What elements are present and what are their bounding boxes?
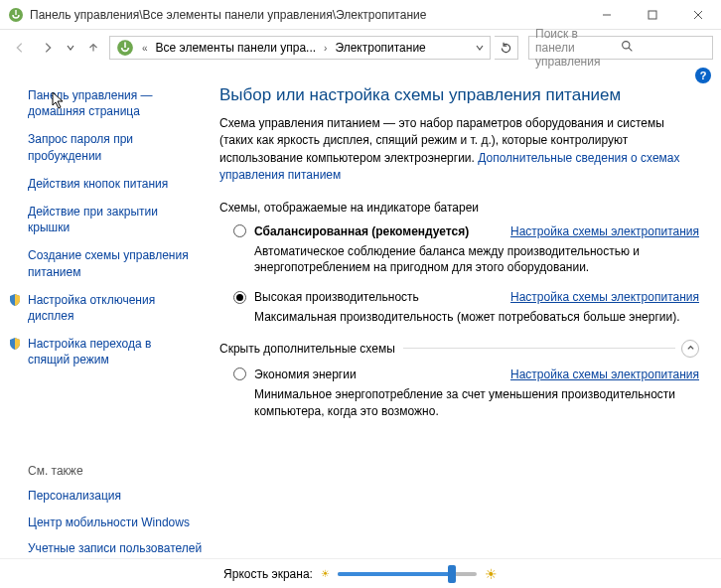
plan-name[interactable]: Экономия энергии xyxy=(254,368,357,381)
maximize-button[interactable] xyxy=(630,0,675,29)
svg-line-9 xyxy=(629,48,632,51)
plan-settings-link[interactable]: Настройка схемы электропитания xyxy=(510,290,699,304)
section-hidden-plans[interactable]: Скрыть дополнительные схемы xyxy=(219,340,699,358)
sidebar-link-home[interactable]: Панель управления — домашняя страница xyxy=(28,87,196,119)
plan-settings-link[interactable]: Настройка схемы электропитания xyxy=(510,368,699,381)
breadcrumb-item[interactable]: Электропитание xyxy=(331,39,429,57)
brightness-label: Яркость экрана: xyxy=(223,567,313,581)
see-also: См. также Персонализация Центр мобильнос… xyxy=(0,464,204,566)
see-also-link[interactable]: Центр мобильности Windows xyxy=(28,514,204,530)
collapse-button[interactable] xyxy=(681,340,699,358)
sidebar-link-create-plan[interactable]: Создание схемы управления питанием xyxy=(28,247,196,279)
sidebar-link-display-off[interactable]: Настройка отключения дисплея xyxy=(28,292,196,324)
plan-description: Минимальное энергопотребление за счет ум… xyxy=(254,386,699,420)
shield-icon xyxy=(8,337,22,351)
search-icon[interactable] xyxy=(621,40,706,56)
plan-power-saver: Экономия энергии Настройка схемы электро… xyxy=(233,368,699,420)
radio-high-performance[interactable] xyxy=(233,291,246,304)
svg-point-8 xyxy=(623,42,630,49)
plan-balanced: Сбалансированная (рекомендуется) Настрой… xyxy=(233,224,699,277)
svg-rect-3 xyxy=(649,11,656,19)
svg-rect-7 xyxy=(124,42,126,48)
page-description: Схема управления питанием — это набор па… xyxy=(219,115,699,185)
window-title: Панель управления\Все элементы панели уп… xyxy=(30,8,584,22)
up-button[interactable] xyxy=(81,36,105,60)
chevron-down-icon[interactable] xyxy=(472,41,488,55)
see-also-link[interactable]: Учетные записи пользователей xyxy=(28,540,204,556)
title-bar: Панель управления\Все элементы панели уп… xyxy=(0,0,721,30)
svg-rect-1 xyxy=(15,10,16,15)
plan-name[interactable]: Высокая производительность xyxy=(254,290,419,304)
breadcrumb-separator[interactable]: « xyxy=(140,43,150,54)
power-options-icon xyxy=(8,7,24,23)
sidebar-link-lid[interactable]: Действие при закрытии крышки xyxy=(28,204,196,235)
navigation-bar: « Все элементы панели упра... › Электроп… xyxy=(0,30,721,66)
plan-description: Автоматическое соблюдение баланса между … xyxy=(254,243,699,277)
breadcrumb-item[interactable]: Все элементы панели упра... xyxy=(152,39,321,57)
help-icon[interactable]: ? xyxy=(695,68,711,83)
search-input[interactable]: Поиск в панели управления xyxy=(528,36,713,60)
address-bar[interactable]: « Все элементы панели упра... › Электроп… xyxy=(109,36,491,60)
sidebar-link-buttons[interactable]: Действия кнопок питания xyxy=(28,176,196,192)
sun-large-icon: ☀ xyxy=(485,566,498,582)
see-also-link[interactable]: Персонализация xyxy=(28,488,204,504)
back-button[interactable] xyxy=(8,36,32,60)
see-also-header: См. также xyxy=(28,464,204,478)
close-button[interactable] xyxy=(675,0,721,29)
forward-button[interactable] xyxy=(36,36,60,60)
main-panel: Выбор или настройка схемы управления пит… xyxy=(204,85,721,558)
brightness-slider[interactable] xyxy=(338,572,477,576)
sun-small-icon: ☀ xyxy=(321,568,330,579)
sidebar-link-sleep[interactable]: Настройка перехода в спящий режим xyxy=(28,336,196,368)
chevron-right-icon[interactable]: › xyxy=(322,43,329,54)
page-heading: Выбор или настройка схемы управления пит… xyxy=(219,85,699,105)
refresh-button[interactable] xyxy=(495,36,518,60)
power-options-icon xyxy=(116,39,134,57)
plan-high-performance: Высокая производительность Настройка схе… xyxy=(233,290,699,326)
sidebar-link-password[interactable]: Запрос пароля при пробуждении xyxy=(28,131,196,163)
search-placeholder: Поиск в панели управления xyxy=(535,27,621,69)
plan-settings-link[interactable]: Настройка схемы электропитания xyxy=(510,224,699,238)
plan-description: Максимальная производительность (может п… xyxy=(254,309,699,326)
minimize-button[interactable] xyxy=(584,0,630,29)
section-visible-plans: Схемы, отображаемые на индикаторе батаре… xyxy=(219,201,699,215)
slider-thumb[interactable] xyxy=(448,565,456,583)
recent-locations-button[interactable] xyxy=(64,36,77,60)
radio-balanced[interactable] xyxy=(233,224,246,237)
radio-power-saver[interactable] xyxy=(233,368,246,380)
plan-name[interactable]: Сбалансированная (рекомендуется) xyxy=(254,224,469,238)
shield-icon xyxy=(8,293,22,307)
